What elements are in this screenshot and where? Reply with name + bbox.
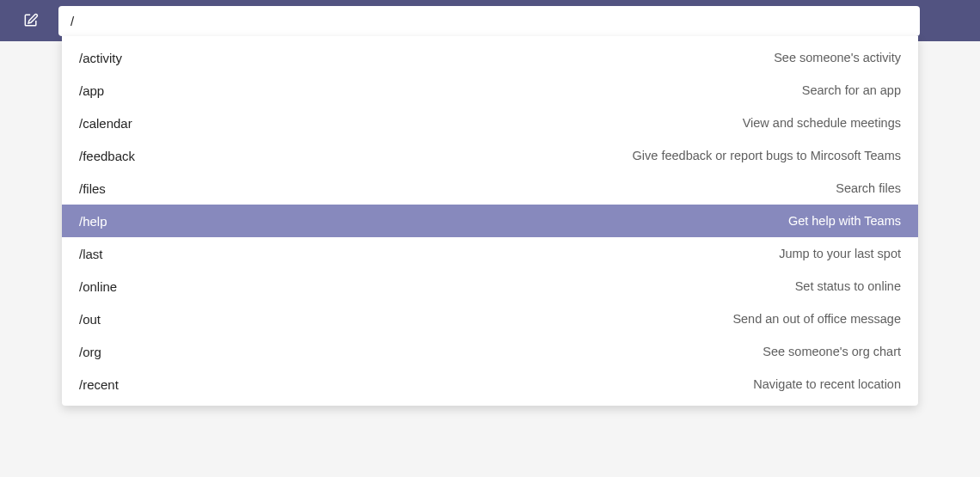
command-label: /out — [79, 312, 101, 327]
command-label: /online — [79, 279, 117, 294]
command-label: /feedback — [79, 149, 135, 163]
command-dropdown: /activitySee someone's activity/appSearc… — [62, 36, 918, 406]
command-item-files[interactable]: /filesSearch files — [62, 172, 918, 205]
command-label: /recent — [79, 377, 119, 392]
search-input[interactable] — [58, 6, 920, 36]
command-description: Set status to online — [795, 279, 901, 293]
command-description: Navigate to recent location — [753, 377, 901, 391]
command-item-last[interactable]: /lastJump to your last spot — [62, 237, 918, 270]
command-item-calendar[interactable]: /calendarView and schedule meetings — [62, 107, 918, 139]
command-description: See someone's org chart — [763, 345, 901, 358]
command-item-out[interactable]: /outSend an out of office message — [62, 303, 918, 335]
command-label: /app — [79, 83, 104, 98]
command-description: See someone's activity — [774, 51, 901, 64]
command-label: /files — [79, 181, 106, 196]
command-label: /activity — [79, 51, 122, 65]
command-description: Search for an app — [802, 83, 901, 97]
command-description: Jump to your last spot — [779, 247, 901, 260]
command-description: Search files — [836, 181, 901, 195]
command-label: /calendar — [79, 116, 132, 131]
compose-icon[interactable] — [19, 9, 43, 33]
command-description: Get help with Teams — [788, 214, 901, 228]
command-description: Send an out of office message — [732, 312, 901, 326]
command-item-online[interactable]: /onlineSet status to online — [62, 270, 918, 303]
command-item-help[interactable]: /helpGet help with Teams — [62, 205, 918, 237]
top-bar — [0, 0, 980, 41]
command-item-org[interactable]: /orgSee someone's org chart — [62, 335, 918, 368]
command-description: View and schedule meetings — [743, 116, 901, 130]
command-label: /help — [79, 214, 107, 229]
command-label: /last — [79, 247, 103, 261]
command-item-app[interactable]: /appSearch for an app — [62, 74, 918, 107]
command-item-recent[interactable]: /recentNavigate to recent location — [62, 368, 918, 401]
command-description: Give feedback or report bugs to Mircosof… — [633, 149, 901, 162]
command-label: /org — [79, 345, 101, 359]
command-item-feedback[interactable]: /feedbackGive feedback or report bugs to… — [62, 139, 918, 172]
search-wrapper — [58, 6, 920, 36]
command-item-activity[interactable]: /activitySee someone's activity — [62, 41, 918, 74]
